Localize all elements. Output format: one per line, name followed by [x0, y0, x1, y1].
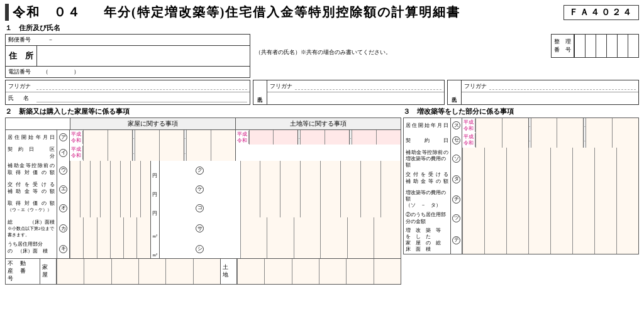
furigana-row-2: フリガナ	[267, 80, 444, 92]
row-shutoku-label: 取得対価の額 （ウ－エ（ウ－ケ））	[6, 199, 57, 217]
ie-year-2[interactable]	[108, 130, 132, 145]
section2: ２ 新築又は購入した家屋等に係る事項 家屋に関する事項 土地等に関する事項 居住…	[5, 107, 401, 285]
section3-label: ３ 増改築等をした部分に係る事項	[403, 107, 639, 116]
tochi-date-inputs: . .	[249, 130, 401, 145]
sections-area: ２ 新築又は購入した家屋等に係る事項 家屋に関する事項 土地等に関する事項 居住…	[5, 107, 639, 285]
yen-ke: 円	[151, 180, 160, 199]
row-fudosan: 不 動 産 番 号 家 屋 土 地	[5, 258, 401, 285]
shimei-vertical-3: 氏名	[448, 80, 462, 104]
row-kofu-label: 交付を受ける 補助金等の額	[6, 180, 57, 199]
col-header-tochi: 土地等に関する事項	[236, 118, 401, 129]
row-juumen-label: うち居住用部分 の （床）面 積	[6, 239, 57, 258]
furigana-input-3[interactable]	[489, 82, 636, 90]
t-day-1[interactable]	[352, 130, 376, 145]
seiri-cell-5[interactable]	[617, 35, 628, 57]
s3-row-kofu-data	[462, 170, 638, 188]
shimei-row-left: 氏 名	[6, 92, 250, 104]
row-shutoku-circle-ko: コ	[160, 199, 240, 217]
s3-row-kofu-circle: タ	[451, 170, 462, 188]
row-hojo-label: 補助金等控除前の 取得対価の額	[6, 161, 57, 180]
row-hojo-tochi	[240, 161, 401, 180]
ie-day-1[interactable]	[186, 130, 211, 145]
seiri-cell-4[interactable]	[606, 35, 617, 57]
row-shutoku-tochi	[240, 199, 401, 217]
shimei-input-2[interactable]	[267, 92, 444, 104]
row-keiyaku-tochi	[236, 145, 401, 161]
name-block-3: 氏名 フリガナ	[447, 80, 639, 105]
t-year-2[interactable]	[273, 130, 297, 145]
fudosan-tochi-input	[237, 259, 401, 284]
t-month-1[interactable]	[300, 130, 325, 145]
row-juumen-circle: キ	[57, 239, 70, 258]
s3-row-zokaiku-circle: チ	[451, 188, 462, 210]
t-day-2[interactable]	[376, 130, 401, 145]
ie-day-2[interactable]	[211, 130, 235, 145]
seiri-cell-6[interactable]	[628, 35, 638, 57]
fudosan-ie-label: 家 屋	[40, 259, 57, 284]
t-year-1[interactable]	[249, 130, 274, 145]
year-text: ０４	[53, 5, 81, 19]
fudosan-label: 不 動 産 番 号	[6, 259, 40, 284]
furigana-row-3: フリガナ	[462, 80, 638, 92]
address-input-area[interactable]	[37, 46, 250, 66]
seiri-area: （共有者の氏名）※共有の場合のみ書いてください。 整 理 番 号	[253, 34, 639, 58]
ie-year-1[interactable]	[83, 130, 108, 145]
fudosan-ie-input	[57, 259, 221, 284]
ie-month-1[interactable]	[135, 130, 159, 145]
row-kyoju-ie: 平成令和 . .	[70, 130, 236, 145]
yen-ko: 円	[151, 199, 160, 217]
furigana-label-2: フリガナ	[270, 82, 295, 90]
shimei-vertical-2: 氏名	[253, 80, 267, 104]
address-section: 郵便番号 － 住 所 電話番号 （ ） （共有者の氏名）※共有の場合のみ書	[5, 34, 639, 78]
row-keiyaku-ie: 平成令和 . .	[70, 145, 236, 161]
name-block-right: 氏名 フリガナ 氏名 フリガナ	[253, 80, 639, 105]
row-somen-tochi	[240, 217, 401, 239]
shimei-input-3[interactable]	[462, 92, 638, 104]
row-kofu-circle: エ	[57, 180, 70, 199]
address-box: 郵便番号 － 住 所 電話番号 （ ）	[5, 34, 250, 78]
section1-label: １ 住所及び氏名	[5, 23, 639, 33]
name-block-3-content: フリガナ	[462, 80, 638, 104]
s3-row-hojo-label: 補助金等控除前の 増改築等の費用の額	[404, 148, 451, 170]
header-code: ＦＡ４０２４	[564, 5, 639, 20]
row-keiyaku: 契約日 区 分 イ 平成令和 . .	[5, 145, 401, 161]
shimei-input-left[interactable]	[36, 95, 247, 102]
s3-row-kyoju-data: 平成令和 . .	[462, 118, 638, 133]
row-kyoju: 居住開始年月日 ア 平成令和 . .	[5, 129, 401, 145]
row-kofu: 交付を受ける 補助金等の額 エ 円 ケ	[5, 180, 401, 199]
address-right: （共有者の氏名）※共有の場合のみ書いてください。 整 理 番 号	[253, 34, 639, 78]
era-ス: 平成令和	[462, 119, 475, 132]
s3-row-kofu-label: 交付を受ける 補助金等の額	[404, 170, 451, 188]
s3-row-hojo-data	[462, 148, 638, 170]
name-block-2-content: フリガナ	[267, 80, 444, 104]
row-somen: 総（床）面積 ※小数点以下第2位まで書きます。 カ m² サ	[5, 217, 401, 239]
s3-row-zokaiku-label: 増改築等の費用の額 （ソ － タ）	[404, 188, 451, 210]
furigana-input-2[interactable]	[295, 82, 441, 90]
row-somen-circle: カ	[57, 217, 70, 239]
seiri-cell-3[interactable]	[596, 35, 606, 57]
row-somen-circle-sa: サ	[160, 217, 240, 239]
seiri-cell-2[interactable]	[585, 35, 596, 57]
s3-row-juken-circle: ツ	[451, 210, 462, 226]
ie-month-2[interactable]	[159, 130, 184, 145]
row-hojo-ie	[70, 161, 151, 180]
yubin-row: 郵便番号 －	[6, 35, 250, 46]
row-kofu-circle-ke: ケ	[160, 180, 240, 199]
s3-row-soyu-label: 増 改 築 等 を し た 家 屋 の 総 床 面 積	[404, 226, 451, 254]
yubin-label: 郵便番号	[8, 36, 43, 44]
tel-open: （	[43, 68, 48, 76]
row-juumen: うち居住用部分 の （床）面 積 キ m² シ	[5, 239, 401, 258]
seiri-cells	[574, 35, 638, 57]
furigana-input-left[interactable]	[36, 82, 247, 90]
s3-row-soyu-data	[462, 226, 638, 254]
s3-row-keiyaku-label: 契 約 日	[404, 133, 451, 148]
s3-row-juken: ②のうち居住用部分の金額 ツ	[403, 210, 639, 226]
col-header-ie: 家屋に関する事項	[70, 118, 236, 129]
s3-row-keiyaku: 契 約 日 セ 平成令和 . .	[403, 133, 639, 148]
row-hojo: 補助金等控除前の 取得対価の額 ウ 円	[5, 161, 401, 180]
era-pink-ア: 平成令和	[236, 131, 249, 144]
ie-date-inputs: . .	[83, 130, 235, 145]
seiri-cell-1[interactable]	[574, 35, 585, 57]
t-month-2[interactable]	[325, 130, 349, 145]
row-shutoku-ie	[70, 199, 151, 217]
